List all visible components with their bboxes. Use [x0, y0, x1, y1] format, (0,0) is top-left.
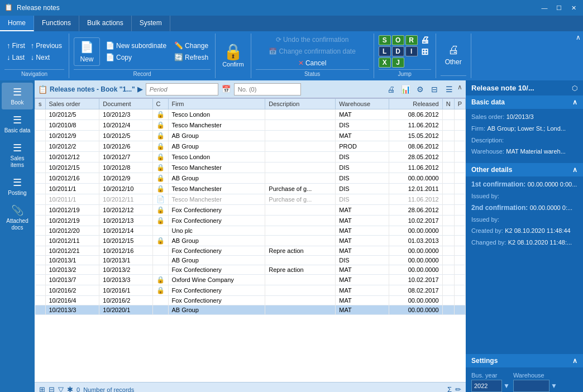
grid-title-text: Release notes - Book "1..."	[50, 85, 135, 93]
col-released[interactable]: Released	[389, 99, 442, 109]
grid-columns-icon[interactable]: ⊟	[428, 83, 441, 95]
table-row[interactable]: 10/2012/5 10/2012/3 🔒 Tesco London MAT 0…	[35, 109, 466, 120]
col-document[interactable]: Document	[99, 99, 152, 109]
table-row[interactable]: 10/2012/2 10/2012/6 🔒 AB Group PROD 08.0…	[35, 141, 466, 152]
footer-expand-icon[interactable]: ⊟	[49, 385, 55, 392]
cell-sales-order: 10/2012/9	[45, 131, 99, 141]
col-sales-order[interactable]: Sales order	[45, 99, 99, 109]
jump-r-button[interactable]: R	[405, 35, 418, 45]
basic-data-collapse-icon[interactable]: ∧	[572, 98, 577, 106]
posting-icon: ☰	[13, 176, 22, 189]
warehouse-dropdown-icon[interactable]: ▼	[551, 382, 557, 390]
table-row[interactable]: 10/2013/1 10/2013/1 AB Group DIS 00.00.0…	[35, 256, 466, 265]
jump-s-button[interactable]: S	[379, 35, 391, 45]
cell-p	[454, 226, 465, 236]
sidebar-item-basic-data[interactable]: ☰ Basic data	[2, 111, 33, 137]
cell-s	[35, 226, 46, 236]
table-row[interactable]: 10/2012/11 10/2012/15 🔒 AB Group MAT 01.…	[35, 236, 466, 246]
settings-header[interactable]: Settings ∧	[466, 354, 583, 367]
jump-l-button[interactable]: L	[379, 46, 391, 56]
cell-released: 00.00.0000	[389, 265, 442, 275]
table-row[interactable]: 10/2012/19 10/2012/13 🔒 Fox Confectioner…	[35, 216, 466, 226]
table-row[interactable]: 10/2012/12 10/2012/7 🔒 Tesco London DIS …	[35, 152, 466, 162]
footer-settings-icon[interactable]: ✱	[67, 385, 73, 392]
grid-print-icon[interactable]: 🖨	[385, 83, 397, 95]
jump-o-button[interactable]: O	[392, 35, 404, 45]
table-row[interactable]: 10/2016/2 10/2016/1 🔒 Fox Confectionery …	[35, 285, 466, 296]
grid-collapse-button[interactable]: ∧	[457, 83, 462, 95]
footer-filter-icon[interactable]: ▽	[58, 385, 64, 392]
ribbon-collapse-button[interactable]: ∧	[576, 34, 581, 41]
table-row[interactable]: 10/2011/1 10/2012/11 📄 Tesco Manchester …	[35, 194, 466, 205]
jump-i-button[interactable]: I	[405, 46, 418, 56]
other-details-header[interactable]: Other details ∧	[466, 163, 583, 176]
jump-row-2: L D I ⊞	[379, 46, 431, 56]
grid-chart-icon[interactable]: 📊	[399, 83, 412, 95]
cell-sales-order: 10/2012/21	[45, 246, 99, 256]
table-row[interactable]: 10/2012/9 10/2012/5 🔒 AB Group MAT 15.05…	[35, 131, 466, 141]
refresh-button[interactable]: 🔄Refresh	[172, 52, 211, 63]
new-subordinate-button[interactable]: 📄New subordinate	[103, 40, 169, 51]
table-row[interactable]: 10/2011/1 10/2012/10 🔒 Tesco Manchester …	[35, 184, 466, 194]
col-firm[interactable]: Firm	[168, 99, 265, 109]
footer-edit-icon[interactable]: ✏	[455, 385, 461, 392]
col-warehouse[interactable]: Warehouse	[336, 99, 389, 109]
footer-sum-icon[interactable]: Σ	[447, 385, 452, 392]
cancel-button[interactable]: ✕Cancel	[296, 58, 328, 68]
tab-bulk-actions[interactable]: Bulk actions	[79, 16, 132, 31]
copy-button[interactable]: 📄Copy	[103, 52, 169, 63]
bus-year-dropdown-icon[interactable]: ▼	[503, 382, 510, 390]
close-button[interactable]: ✕	[568, 3, 579, 13]
other-details-collapse-icon[interactable]: ∧	[572, 166, 577, 174]
sidebar-item-posting[interactable]: ☰ Posting	[2, 173, 33, 200]
maximize-button[interactable]: ☐	[554, 3, 564, 13]
last-button[interactable]: ↓Last	[4, 52, 27, 63]
grid-arrow-icon[interactable]: ▶	[137, 85, 142, 93]
jump-x-button[interactable]: X	[379, 58, 391, 68]
grid-menu-icon[interactable]: ☰	[443, 83, 455, 95]
tab-functions[interactable]: Functions	[34, 16, 79, 31]
settings-collapse-icon[interactable]: ∧	[572, 357, 577, 365]
table-row[interactable]: 10/2012/21 10/2012/16 Fox Confectionery …	[35, 246, 466, 256]
no-input[interactable]	[234, 83, 301, 95]
period-calendar-icon[interactable]: 📅	[222, 85, 231, 93]
table-row[interactable]: 10/2010/8 10/2012/4 🔒 Tesco Manchester D…	[35, 120, 466, 131]
first-button[interactable]: ↑First	[4, 40, 27, 51]
table-row[interactable]: 10/2013/7 10/2013/3 🔒 Oxford Wine Compan…	[35, 275, 466, 285]
cell-released: 08.06.2012	[389, 141, 442, 152]
cell-n	[442, 120, 454, 131]
change-button[interactable]: ✏️Change	[172, 40, 211, 51]
new-button[interactable]: 📄 New	[74, 37, 100, 66]
jump-d-button[interactable]: D	[392, 46, 404, 56]
tab-home[interactable]: Home	[0, 16, 34, 31]
period-input[interactable]	[146, 83, 218, 95]
basic-data-header[interactable]: Basic data ∧	[466, 95, 583, 109]
col-description[interactable]: Description	[265, 99, 336, 109]
table-row[interactable]: 10/2013/3 10/2020/1 AB Group MAT 00.00.0…	[35, 305, 466, 315]
minimize-button[interactable]: —	[539, 3, 549, 13]
table-row[interactable]: 10/2016/4 10/2016/2 Fox Confectionery MA…	[35, 296, 466, 305]
bus-year-input[interactable]	[471, 380, 502, 392]
sidebar-item-sales-items[interactable]: ☰ Sales items	[2, 138, 33, 172]
app-icon: 📋	[4, 3, 13, 12]
previous-button[interactable]: ↑Previous	[28, 40, 64, 51]
right-panel-expand-icon[interactable]: ⬡	[572, 84, 577, 92]
jump-grid-button[interactable]: ⊞	[419, 46, 431, 56]
jump-print-button[interactable]: 🖨	[419, 35, 431, 45]
jump-j-button[interactable]: J	[392, 58, 404, 68]
tab-system[interactable]: System	[132, 16, 170, 31]
sidebar-item-attached-docs[interactable]: 📎 Attached docs	[2, 201, 33, 235]
table-row[interactable]: 10/2012/16 10/2012/9 🔒 AB Group DIS 00.0…	[35, 173, 466, 184]
table-row[interactable]: 10/2013/2 10/2013/2 Fox Confectionery Re…	[35, 265, 466, 275]
table-row[interactable]: 10/2012/20 10/2012/14 Uno plc MAT 00.00.…	[35, 226, 466, 236]
warehouse-settings-input[interactable]	[513, 380, 549, 392]
grid-settings-icon[interactable]: ⚙	[414, 83, 426, 95]
other-button[interactable]: 🖨 Other	[441, 41, 466, 68]
table-row[interactable]: 10/2012/15 10/2012/8 🔒 Tesco Manchester …	[35, 162, 466, 173]
table-row[interactable]: 10/2012/19 10/2012/12 🔒 Fox Confectioner…	[35, 205, 466, 216]
cell-document: 10/2013/3	[99, 275, 152, 285]
confirm-button[interactable]: 🔒 Confirm	[222, 42, 244, 68]
footer-grid-icon[interactable]: ⊞	[39, 385, 45, 392]
next-button[interactable]: ↓Next	[28, 52, 64, 63]
sidebar-item-book[interactable]: ☰ Book	[2, 83, 33, 109]
